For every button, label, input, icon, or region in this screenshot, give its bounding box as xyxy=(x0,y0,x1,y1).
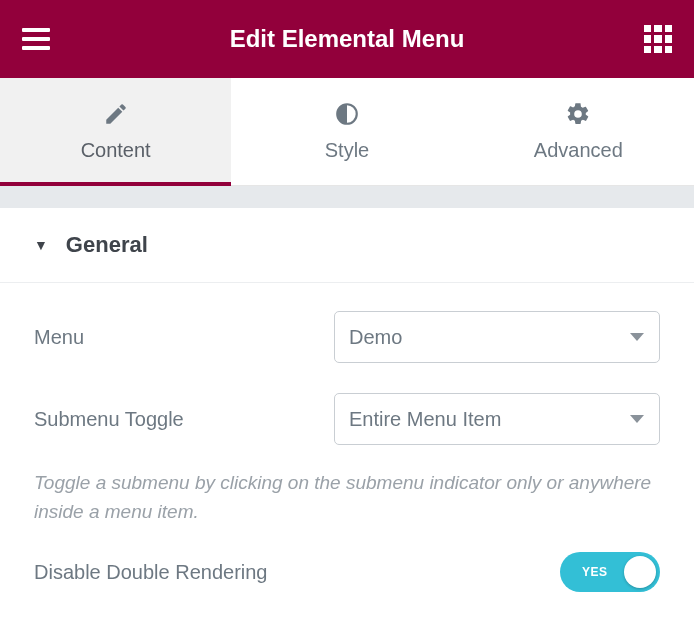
tab-label: Content xyxy=(81,139,151,162)
select-submenu-toggle-wrapper: Entire Menu Item xyxy=(334,393,660,445)
label-disable-double-rendering: Disable Double Rendering xyxy=(34,561,267,584)
form-body: Menu Demo Submenu Toggle Entire Menu Ite… xyxy=(0,283,694,592)
tab-content[interactable]: Content xyxy=(0,78,231,185)
pencil-icon xyxy=(103,101,129,127)
switch-knob xyxy=(624,556,656,588)
editor-tabs: Content Style Advanced xyxy=(0,78,694,186)
help-submenu-toggle: Toggle a submenu by clicking on the subm… xyxy=(34,469,660,526)
select-menu[interactable]: Demo xyxy=(334,311,660,363)
contrast-icon xyxy=(334,101,360,127)
label-submenu-toggle: Submenu Toggle xyxy=(34,408,334,431)
switch-state-text: YES xyxy=(582,565,608,579)
row-disable-double-rendering: Disable Double Rendering YES xyxy=(34,552,660,592)
tab-advanced[interactable]: Advanced xyxy=(463,78,694,185)
label-menu: Menu xyxy=(34,326,334,349)
switch-disable-double-rendering[interactable]: YES xyxy=(560,552,660,592)
row-submenu-toggle: Submenu Toggle Entire Menu Item xyxy=(34,393,660,445)
tab-style[interactable]: Style xyxy=(231,78,462,185)
apps-grid-icon[interactable] xyxy=(644,25,672,53)
editor-header: Edit Elemental Menu xyxy=(0,0,694,78)
header-title: Edit Elemental Menu xyxy=(50,25,644,53)
row-menu: Menu Demo xyxy=(34,311,660,363)
select-menu-wrapper: Demo xyxy=(334,311,660,363)
gear-icon xyxy=(565,101,591,127)
tab-label: Style xyxy=(325,139,369,162)
tab-label: Advanced xyxy=(534,139,623,162)
select-submenu-toggle[interactable]: Entire Menu Item xyxy=(334,393,660,445)
tab-divider xyxy=(0,186,694,208)
section-title: General xyxy=(66,232,148,258)
section-header-general[interactable]: ▼ General xyxy=(0,208,694,283)
hamburger-menu-icon[interactable] xyxy=(22,28,50,50)
caret-down-icon: ▼ xyxy=(34,237,48,253)
